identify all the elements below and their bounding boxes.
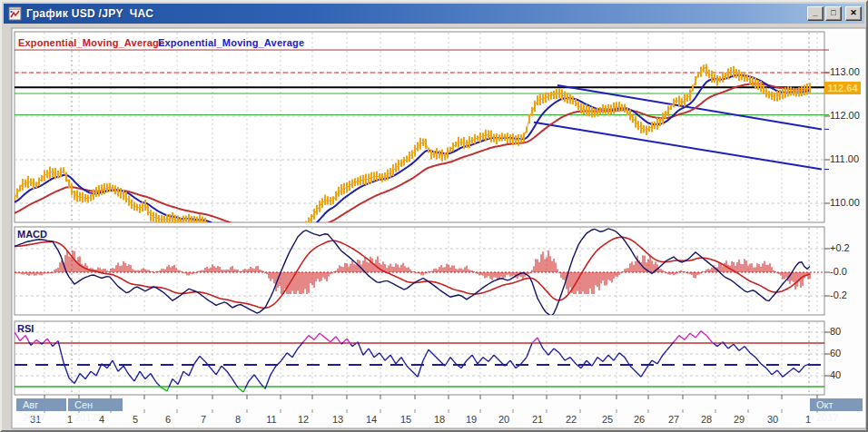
macd-axis-label: +0.2	[830, 242, 850, 253]
time-axis-day-label: 1	[805, 414, 811, 425]
time-axis-day-label: 14	[366, 414, 377, 425]
time-axis-day-label: 7	[201, 414, 206, 425]
chart-window: График USD /JPY ЧАС _ □ ✕ Exponential_Mo…	[0, 0, 868, 432]
price-axis-label: 113.00	[830, 66, 860, 77]
time-axis-day-label: 19	[466, 414, 477, 425]
time-axis-day-label: 27	[668, 414, 679, 425]
time-axis-day-label: 25	[602, 414, 613, 425]
price-axis-label: 111.00	[830, 153, 859, 164]
time-axis-day-label: 15	[400, 414, 411, 425]
time-axis-day-label: 26	[634, 414, 645, 425]
macd-axis-label: -0.0	[830, 266, 847, 277]
time-axis-day-label: 30	[767, 414, 778, 425]
time-axis-day-label: 5	[133, 414, 138, 425]
rsi-axis-label: 60	[830, 348, 841, 358]
time-axis-day-label: 20	[498, 414, 509, 425]
ema-label-fast: Exponential_Moving_Average	[18, 37, 164, 48]
time-axis-day-label: 13	[332, 414, 343, 425]
rsi-axis-label: 40	[830, 369, 841, 380]
time-axis-day-label: 4	[99, 414, 104, 425]
chart-canvas[interactable]	[2, 2, 868, 432]
rsi-panel-label: RSI	[17, 323, 34, 334]
time-axis-day-label: 8	[235, 414, 241, 425]
price-axis-label: 110.00	[830, 197, 860, 208]
last-price-badge: 112.64	[824, 82, 861, 94]
time-axis-day-label: 1	[67, 414, 73, 425]
macd-axis-label: -0.2	[830, 290, 847, 300]
time-axis-month-badge: Авг 2017	[16, 398, 66, 411]
time-axis-day-label: 29	[734, 414, 745, 425]
time-axis-month-badge: Окт 2017	[810, 398, 863, 411]
time-axis-day-label: 12	[298, 414, 309, 425]
time-axis-day-label: 21	[532, 414, 543, 425]
macd-panel-label: MACD	[17, 229, 47, 240]
time-axis-day-label: 18	[434, 414, 445, 425]
time-axis-day-label: 22	[566, 414, 577, 425]
time-axis-day-label: 6	[165, 414, 171, 425]
price-axis-label: 112.00	[830, 110, 860, 121]
time-axis-day-label: 11	[266, 414, 276, 425]
time-axis-month-badge: Сен 2017	[68, 398, 123, 411]
time-axis-day-label: 28	[701, 414, 712, 425]
rsi-axis-label: 80	[830, 326, 841, 337]
ema-label-slow: Exponential_Moving_Average	[158, 37, 304, 48]
